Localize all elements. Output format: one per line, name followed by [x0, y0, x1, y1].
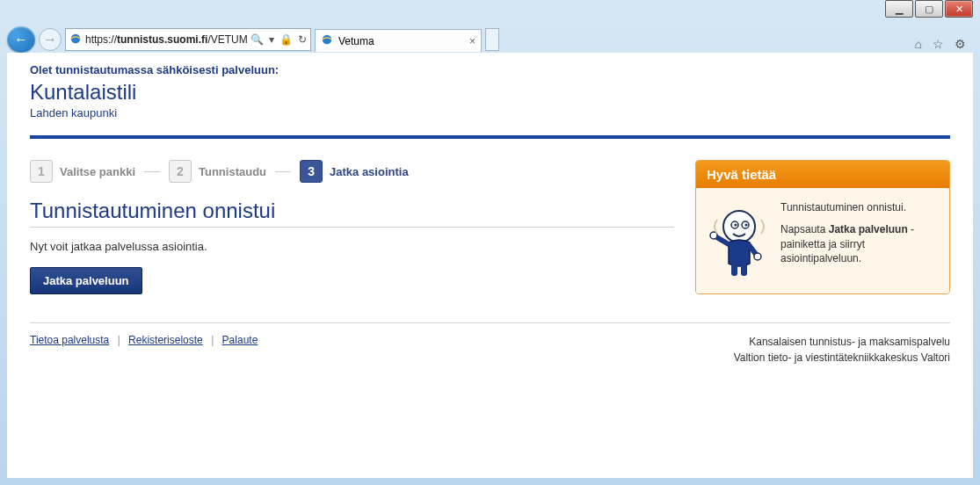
- footer-credits: Kansalaisen tunnistus- ja maksamispalvel…: [734, 334, 950, 366]
- page-viewport: Olet tunnistautumassa sähköisesti palvel…: [7, 53, 973, 478]
- step-number: 3: [300, 160, 323, 183]
- svg-rect-9: [731, 264, 737, 276]
- svg-point-6: [745, 224, 748, 227]
- step-wizard: 1 Valitse pankki 2 Tunnistaudu 3 Jatka a…: [30, 160, 674, 183]
- intro-text: Olet tunnistautumassa sähköisesti palvel…: [30, 63, 950, 76]
- step-number: 1: [30, 160, 53, 183]
- lock-icon: 🔒: [279, 33, 293, 46]
- address-bar-controls: 🔍 ▾ 🔒 ↻: [250, 33, 307, 46]
- mascot-icon: [707, 200, 772, 279]
- step-2: 2 Tunnistaudu: [169, 160, 266, 183]
- dropdown-icon[interactable]: ▾: [269, 33, 274, 46]
- close-icon: ✕: [955, 4, 963, 15]
- favorites-icon[interactable]: ☆: [933, 37, 944, 51]
- service-name: Kuntalaistili: [30, 80, 950, 105]
- step-separator: [144, 171, 160, 172]
- svg-point-0: [71, 33, 81, 43]
- minimize-button[interactable]: ▁: [885, 0, 913, 18]
- settings-icon[interactable]: ⚙: [955, 37, 966, 51]
- close-tab-button[interactable]: ×: [469, 35, 475, 47]
- info-text: Tunnistautuminen onnistui. Napsauta Jatk…: [780, 200, 939, 279]
- svg-point-8: [754, 253, 761, 260]
- back-button[interactable]: ←: [7, 26, 35, 53]
- svg-point-2: [723, 211, 755, 242]
- svg-rect-10: [741, 264, 747, 276]
- info-line1: Tunnistautuminen onnistui.: [780, 200, 939, 215]
- footer-link-about[interactable]: Tietoa palvelusta: [30, 334, 109, 346]
- forward-button[interactable]: →: [39, 28, 62, 51]
- window-controls: ▁ ▢ ✕: [885, 0, 973, 18]
- close-window-button[interactable]: ✕: [945, 0, 973, 18]
- footer-link-privacy[interactable]: Rekisteriseloste: [128, 334, 203, 346]
- url-text: https://tunnistus.suomi.fi/VETUMA: [85, 33, 247, 46]
- step-label: Tunnistaudu: [199, 165, 266, 178]
- search-icon[interactable]: 🔍: [250, 33, 264, 46]
- svg-point-5: [735, 224, 737, 227]
- footer-credit-line2: Valtion tieto- ja viestintätekniikkakesk…: [734, 350, 950, 366]
- main-content: 1 Valitse pankki 2 Tunnistaudu 3 Jatka a…: [30, 160, 674, 294]
- info-heading: Hyvä tietää: [696, 161, 949, 188]
- info-body: Tunnistautuminen onnistui. Napsauta Jatk…: [696, 188, 949, 293]
- ie-icon: [69, 33, 82, 47]
- browser-right-controls: ⌂ ☆ ⚙: [915, 37, 966, 51]
- page-title: Tunnistautuminen onnistui: [30, 199, 674, 228]
- arrow-right-icon: →: [43, 32, 57, 47]
- footer-separator: |: [118, 334, 120, 346]
- ie-icon: [321, 33, 333, 48]
- info-box: Hyvä tietää: [695, 160, 950, 294]
- browser-tab[interactable]: Vetuma ×: [315, 29, 482, 52]
- home-icon[interactable]: ⌂: [915, 37, 922, 51]
- address-bar[interactable]: https://tunnistus.suomi.fi/VETUMA 🔍 ▾ 🔒 …: [65, 28, 311, 51]
- step-3: 3 Jatka asiointia: [300, 160, 409, 183]
- refresh-icon[interactable]: ↻: [298, 33, 307, 46]
- new-tab-button[interactable]: [485, 28, 499, 51]
- minimize-icon: ▁: [896, 4, 903, 15]
- maximize-button[interactable]: ▢: [915, 0, 943, 18]
- footer-link-feedback[interactable]: Palaute: [222, 334, 258, 346]
- divider: [30, 135, 950, 139]
- svg-point-1: [323, 35, 332, 45]
- step-label: Valitse pankki: [60, 165, 135, 178]
- footer: Tietoa palvelusta | Rekisteriseloste | P…: [30, 322, 950, 366]
- info-line2: Napsauta Jatka palveluun -painiketta ja …: [780, 222, 939, 266]
- footer-links: Tietoa palvelusta | Rekisteriseloste | P…: [30, 334, 258, 346]
- footer-credit-line1: Kansalaisen tunnistus- ja maksamispalvel…: [734, 334, 950, 350]
- org-name: Lahden kaupunki: [30, 106, 950, 119]
- browser-toolbar: ← → https://tunnistus.suomi.fi/VETUMA 🔍 …: [7, 26, 973, 53]
- footer-separator: |: [211, 334, 214, 346]
- step-1: 1 Valitse pankki: [30, 160, 135, 183]
- arrow-left-icon: ←: [14, 32, 28, 47]
- maximize-icon: ▢: [925, 4, 933, 15]
- step-number: 2: [169, 160, 192, 183]
- continue-button[interactable]: Jatka palveluun: [30, 267, 142, 294]
- step-label: Jatka asiointia: [330, 165, 409, 178]
- step-separator: [275, 171, 291, 172]
- tab-title: Vetuma: [338, 35, 464, 47]
- main-columns: 1 Valitse pankki 2 Tunnistaudu 3 Jatka a…: [30, 160, 950, 294]
- body-text: Nyt voit jatkaa palvelussa asiointia.: [30, 240, 674, 253]
